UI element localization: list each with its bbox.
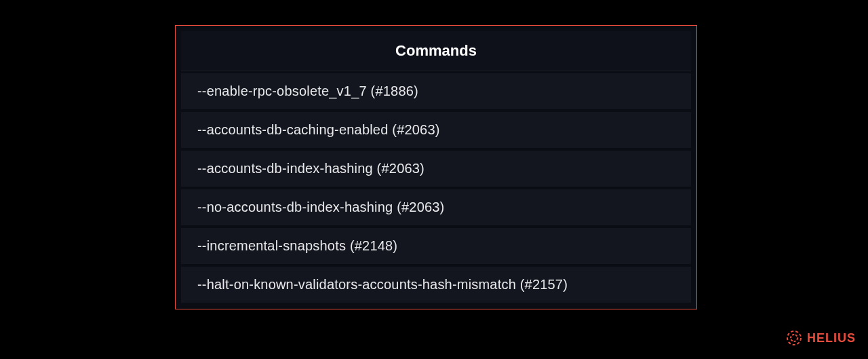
command-text: --enable-rpc-obsolete_v1_7 (#1886): [197, 83, 418, 98]
commands-table: Commands --enable-rpc-obsolete_v1_7 (#18…: [175, 25, 697, 309]
command-text: --incremental-snapshots (#2148): [197, 238, 397, 253]
table-header-title: Commands: [395, 42, 477, 59]
table-row: --enable-rpc-obsolete_v1_7 (#1886): [181, 73, 691, 110]
table-row: --accounts-db-caching-enabled (#2063): [181, 112, 691, 149]
helius-icon: [785, 329, 803, 347]
brand-logo: HELIUS: [785, 329, 856, 347]
table-row: --no-accounts-db-index-hashing (#2063): [181, 189, 691, 226]
command-text: --accounts-db-index-hashing (#2063): [197, 161, 425, 176]
table-row: --accounts-db-index-hashing (#2063): [181, 151, 691, 187]
command-text: --no-accounts-db-index-hashing (#2063): [197, 200, 444, 214]
svg-point-0: [787, 331, 801, 345]
svg-point-1: [791, 335, 797, 341]
table-header: Commands: [181, 31, 691, 71]
brand-name: HELIUS: [807, 331, 856, 345]
table-row: --incremental-snapshots (#2148): [181, 228, 691, 265]
command-text: --accounts-db-caching-enabled (#2063): [197, 122, 440, 137]
table-row: --halt-on-known-validators-accounts-hash…: [181, 267, 691, 303]
command-text: --halt-on-known-validators-accounts-hash…: [197, 277, 568, 292]
